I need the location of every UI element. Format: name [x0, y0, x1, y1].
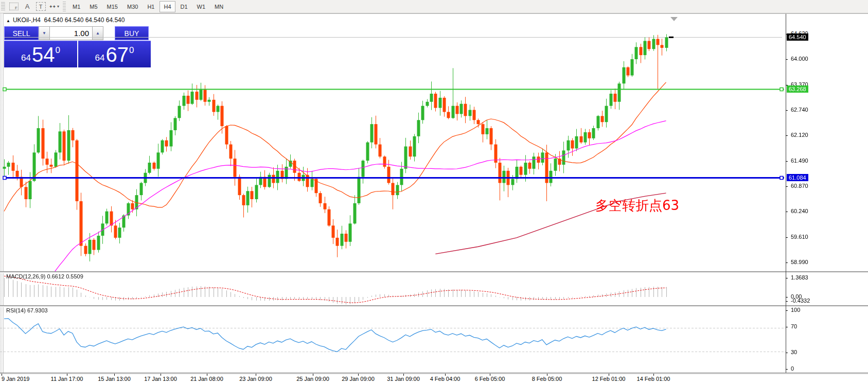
time-axis-label: 6 Feb 05:00 — [475, 376, 505, 382]
macd-axis-label: -0.4332 — [791, 297, 810, 304]
chevron-down-icon: ▾ — [57, 4, 59, 9]
time-axis-label: 9 Jan 2019 — [2, 376, 29, 382]
rsi-axis-label: 0 — [791, 365, 794, 372]
rsi-panel-splitter[interactable] — [0, 305, 868, 307]
rsi-tickmark — [786, 369, 788, 370]
price-tickmark — [786, 212, 788, 212]
timeframe-button-h4[interactable]: H4 — [160, 1, 175, 12]
price-tick-label: 62.120 — [791, 132, 808, 138]
time-axis-label: 29 Jan 09:00 — [342, 376, 375, 382]
objects-icon[interactable]: ✦✦ ▾ — [48, 1, 60, 12]
rsi-tickmark — [786, 353, 788, 353]
rsi-label: RSI(14) 67.9303 — [6, 307, 48, 313]
macd-tickmark — [786, 297, 788, 297]
time-tickmark — [609, 374, 609, 376]
price-tick-label: 62.740 — [791, 107, 808, 113]
timeframe-button-m15[interactable]: M15 — [103, 1, 122, 12]
time-tickmark — [256, 374, 256, 376]
price-tickmark — [786, 135, 788, 136]
price-chart-canvas[interactable] — [0, 14, 786, 271]
price-tickmark — [786, 161, 788, 162]
price-tickmark — [786, 237, 788, 238]
price-tick-label: 58.990 — [791, 259, 808, 265]
price-tick-label: 60.240 — [791, 208, 808, 214]
time-tickmark — [313, 374, 313, 376]
time-tickmark — [207, 374, 207, 376]
time-tickmark — [114, 374, 115, 376]
chart-shift-arrow-icon[interactable] — [670, 17, 678, 21]
toolbar-drag-handle[interactable] — [1, 2, 5, 11]
text-label-icon[interactable]: A — [21, 1, 33, 12]
time-axis-label: 25 Jan 09:00 — [296, 376, 329, 382]
price-level-badge: 63.268 — [787, 85, 808, 93]
price-tick-label: 59.610 — [791, 234, 808, 240]
rsi-tickmark — [786, 327, 788, 327]
price-tick-label: 60.870 — [791, 183, 808, 189]
objects-glyph: ✦✦ — [49, 4, 56, 9]
timeframe-button-m1[interactable]: M1 — [68, 1, 84, 12]
time-axis-label: 17 Jan 13:00 — [144, 376, 177, 382]
price-tick-label: 61.490 — [791, 157, 808, 164]
time-axis-label: 14 Feb 01:00 — [637, 376, 670, 382]
time-tickmark — [358, 374, 359, 376]
price-tickmark — [786, 262, 788, 263]
timeframe-button-m5[interactable]: M5 — [85, 1, 101, 12]
time-tickmark — [67, 374, 67, 376]
timeframe-button-mn[interactable]: MN — [210, 1, 227, 12]
macd-tickmark — [786, 278, 788, 278]
price-level-badge: 61.084 — [787, 174, 808, 181]
timeframe-button-m30[interactable]: M30 — [123, 1, 142, 12]
text-a-glyph: A — [25, 3, 30, 10]
chart-grid-icon[interactable]: F — [8, 1, 20, 12]
time-tickmark — [403, 374, 404, 376]
rsi-axis-label: 70 — [791, 323, 797, 329]
price-tickmark — [786, 186, 788, 187]
rsi-axis-label: 100 — [791, 307, 800, 313]
macd-tickmark — [786, 301, 788, 302]
toolbar-separator — [63, 2, 66, 12]
timeframe-group: M1M5M15M30H1H4D1W1MN — [68, 1, 228, 12]
time-tickmark — [2, 374, 2, 376]
macd-label: MACD(12,26,9) 0.6612 0.5509 — [6, 273, 83, 279]
timeframe-button-w1[interactable]: W1 — [193, 1, 210, 12]
time-tickmark — [490, 374, 490, 376]
current-price-badge: 64.540 — [787, 33, 808, 41]
timeframe-button-h1[interactable]: H1 — [143, 1, 158, 12]
chart-text-annotation: 多空转折点63 — [595, 197, 679, 215]
rsi-tickmark — [786, 310, 788, 311]
mt4-window: F A T ✦✦ ▾ M1M5M15M30H1H4D1W1MN ▲UKOil-,… — [0, 0, 868, 385]
time-axis-label: 21 Jan 08:00 — [190, 376, 223, 382]
rsi-panel-canvas[interactable] — [0, 306, 786, 373]
macd-axis-label: 1.3683 — [791, 274, 808, 281]
macd-panel-canvas[interactable] — [0, 272, 786, 305]
time-axis-label: 8 Feb 05:00 — [532, 376, 562, 382]
time-tickmark — [653, 374, 654, 376]
timeframe-button-d1[interactable]: D1 — [176, 1, 192, 12]
time-axis-label: 31 Jan 09:00 — [387, 376, 420, 382]
time-tickmark — [547, 374, 547, 376]
macd-panel-splitter[interactable] — [0, 271, 868, 273]
price-tick-label: 64.000 — [791, 56, 808, 62]
price-axis-border — [786, 14, 786, 373]
time-axis-border — [0, 373, 868, 375]
time-axis-label: 15 Jan 13:00 — [98, 376, 131, 382]
time-tickmark — [161, 374, 161, 376]
time-axis-label: 11 Jan 17:00 — [51, 376, 83, 382]
time-tickmark — [445, 374, 446, 376]
toolbar: F A T ✦✦ ▾ M1M5M15M30H1H4D1W1MN — [0, 0, 868, 13]
rsi-axis-label: 30 — [791, 349, 797, 355]
time-axis-label: 23 Jan 09:00 — [239, 376, 272, 382]
price-tickmark — [786, 110, 788, 111]
price-tickmark — [786, 59, 788, 60]
time-axis-label: 12 Feb 01:00 — [592, 376, 626, 382]
text-t-glyph: T — [36, 2, 46, 11]
chart-grid-glyph: F — [9, 3, 19, 10]
text-box-icon[interactable]: T — [34, 1, 47, 12]
time-axis-label: 4 Feb 04:00 — [430, 376, 460, 382]
